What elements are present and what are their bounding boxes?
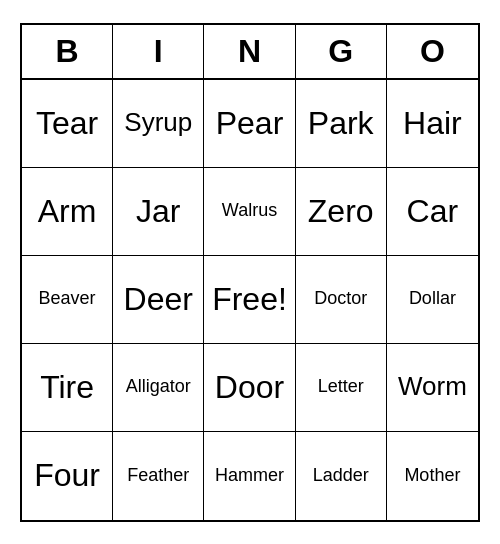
cell-text-r3-c4: Worm bbox=[398, 371, 467, 402]
header-letter-I: I bbox=[113, 25, 204, 78]
cell-text-r1-c3: Zero bbox=[308, 192, 374, 230]
cell-text-r2-c2: Free! bbox=[212, 280, 287, 318]
bingo-cell-r3-c3: Letter bbox=[296, 344, 387, 432]
bingo-cell-r3-c1: Alligator bbox=[113, 344, 204, 432]
bingo-cell-r2-c0: Beaver bbox=[22, 256, 113, 344]
cell-text-r1-c1: Jar bbox=[136, 192, 180, 230]
bingo-cell-r4-c0: Four bbox=[22, 432, 113, 520]
bingo-cell-r0-c0: Tear bbox=[22, 80, 113, 168]
bingo-cell-r1-c1: Jar bbox=[113, 168, 204, 256]
bingo-cell-r2-c1: Deer bbox=[113, 256, 204, 344]
bingo-cell-r2-c3: Doctor bbox=[296, 256, 387, 344]
bingo-cell-r4-c3: Ladder bbox=[296, 432, 387, 520]
cell-text-r2-c1: Deer bbox=[124, 280, 193, 318]
bingo-cell-r3-c2: Door bbox=[204, 344, 295, 432]
header-letter-B: B bbox=[22, 25, 113, 78]
cell-text-r2-c4: Dollar bbox=[409, 288, 456, 310]
cell-text-r4-c3: Ladder bbox=[313, 465, 369, 487]
header-letter-O: O bbox=[387, 25, 478, 78]
header-letter-G: G bbox=[296, 25, 387, 78]
cell-text-r1-c0: Arm bbox=[38, 192, 97, 230]
bingo-cell-r1-c4: Car bbox=[387, 168, 478, 256]
bingo-card: BINGO TearSyrupPearParkHairArmJarWalrusZ… bbox=[20, 23, 480, 522]
cell-text-r0-c0: Tear bbox=[36, 104, 98, 142]
bingo-cell-r1-c2: Walrus bbox=[204, 168, 295, 256]
cell-text-r4-c1: Feather bbox=[127, 465, 189, 487]
cell-text-r3-c0: Tire bbox=[40, 368, 94, 406]
bingo-cell-r4-c2: Hammer bbox=[204, 432, 295, 520]
bingo-cell-r0-c4: Hair bbox=[387, 80, 478, 168]
bingo-cell-r1-c3: Zero bbox=[296, 168, 387, 256]
bingo-header: BINGO bbox=[22, 25, 478, 80]
cell-text-r4-c0: Four bbox=[34, 456, 100, 494]
cell-text-r0-c1: Syrup bbox=[124, 107, 192, 138]
bingo-cell-r3-c0: Tire bbox=[22, 344, 113, 432]
cell-text-r3-c1: Alligator bbox=[126, 376, 191, 398]
bingo-cell-r3-c4: Worm bbox=[387, 344, 478, 432]
bingo-cell-r2-c4: Dollar bbox=[387, 256, 478, 344]
cell-text-r3-c3: Letter bbox=[318, 376, 364, 398]
bingo-cell-r1-c0: Arm bbox=[22, 168, 113, 256]
cell-text-r1-c4: Car bbox=[407, 192, 459, 230]
cell-text-r0-c2: Pear bbox=[216, 104, 284, 142]
cell-text-r0-c4: Hair bbox=[403, 104, 462, 142]
cell-text-r1-c2: Walrus bbox=[222, 200, 277, 222]
cell-text-r0-c3: Park bbox=[308, 104, 374, 142]
bingo-cell-r0-c1: Syrup bbox=[113, 80, 204, 168]
bingo-grid: TearSyrupPearParkHairArmJarWalrusZeroCar… bbox=[22, 80, 478, 520]
bingo-cell-r0-c2: Pear bbox=[204, 80, 295, 168]
bingo-cell-r2-c2: Free! bbox=[204, 256, 295, 344]
cell-text-r2-c0: Beaver bbox=[39, 288, 96, 310]
header-letter-N: N bbox=[204, 25, 295, 78]
cell-text-r4-c4: Mother bbox=[404, 465, 460, 487]
bingo-cell-r4-c1: Feather bbox=[113, 432, 204, 520]
cell-text-r4-c2: Hammer bbox=[215, 465, 284, 487]
bingo-cell-r0-c3: Park bbox=[296, 80, 387, 168]
cell-text-r2-c3: Doctor bbox=[314, 288, 367, 310]
cell-text-r3-c2: Door bbox=[215, 368, 284, 406]
bingo-cell-r4-c4: Mother bbox=[387, 432, 478, 520]
